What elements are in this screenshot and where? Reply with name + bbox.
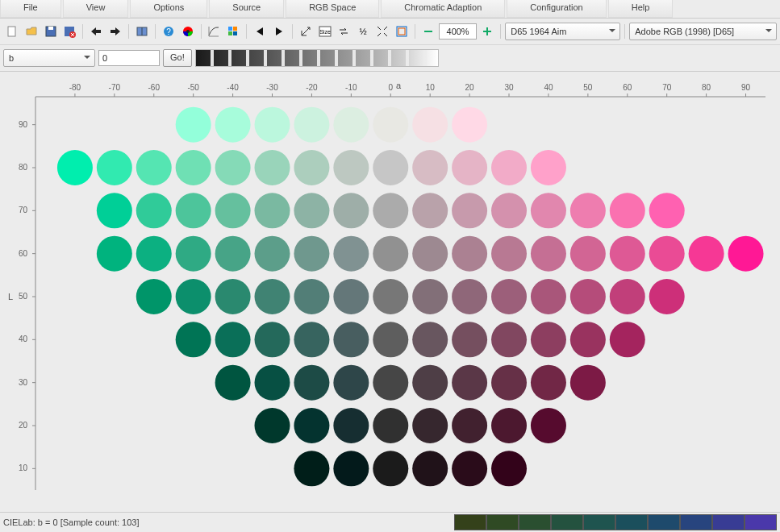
svg-point-120 (136, 236, 172, 272)
arrow-left-icon[interactable] (251, 23, 269, 40)
svg-text:40: 40 (544, 83, 553, 92)
svg-point-97 (294, 150, 329, 185)
menu-chromatic[interactable]: Chromatic Adaption (381, 0, 505, 18)
status-text: CIELab: b = 0 [Sample count: 103] (3, 517, 139, 527)
svg-point-96 (255, 150, 290, 185)
svg-point-137 (176, 279, 211, 314)
export-icon[interactable] (106, 23, 124, 40)
svg-rect-22 (424, 31, 432, 32)
gradient-strip[interactable] (195, 49, 439, 67)
svg-point-91 (57, 150, 93, 185)
illuminant-select[interactable]: D65 1964 Aim (505, 23, 620, 40)
svg-point-130 (531, 236, 566, 272)
svg-text:-20: -20 (306, 83, 318, 92)
resize-icon[interactable] (297, 23, 315, 40)
menu-file[interactable]: File (0, 0, 61, 18)
svg-point-173 (294, 408, 329, 443)
svg-point-133 (649, 236, 685, 272)
gamut-icon[interactable] (393, 23, 411, 40)
svg-point-103 (531, 150, 566, 185)
arrow-right-icon[interactable] (270, 23, 288, 40)
svg-text:-70: -70 (109, 83, 121, 92)
svg-point-163 (255, 365, 290, 401)
svg-point-142 (373, 279, 408, 314)
info-icon[interactable]: ? (160, 23, 177, 40)
svg-point-165 (333, 365, 369, 401)
svg-point-84 (215, 107, 251, 143)
svg-point-141 (333, 279, 369, 314)
svg-point-88 (373, 107, 408, 143)
svg-point-110 (333, 193, 369, 228)
half-icon[interactable]: ½ (354, 23, 372, 40)
menu-source[interactable]: Source (209, 0, 284, 18)
svg-point-135 (728, 236, 764, 272)
svg-point-102 (491, 150, 527, 185)
svg-point-129 (491, 236, 527, 272)
menu-config[interactable]: Configuration (507, 0, 606, 18)
palette-swatch[interactable] (519, 514, 551, 530)
svg-point-168 (452, 365, 487, 401)
svg-text:30: 30 (504, 83, 514, 92)
svg-point-106 (176, 193, 211, 228)
svg-point-109 (294, 193, 329, 228)
svg-point-149 (649, 279, 685, 314)
zoom-in-icon[interactable] (478, 23, 496, 40)
svg-point-138 (215, 279, 251, 314)
svg-point-108 (255, 193, 290, 228)
svg-point-166 (373, 365, 408, 401)
svg-point-116 (570, 193, 606, 228)
svg-point-180 (294, 451, 329, 486)
svg-point-160 (570, 322, 606, 357)
book-icon[interactable] (133, 23, 151, 40)
axis-value-field[interactable]: 0 (98, 50, 160, 66)
svg-text:-60: -60 (148, 83, 161, 92)
svg-point-156 (412, 322, 448, 357)
new-icon[interactable] (3, 23, 21, 40)
zoom-out-icon[interactable] (419, 23, 437, 40)
svg-point-155 (373, 322, 408, 357)
svg-point-85 (255, 107, 290, 143)
svg-point-92 (97, 150, 132, 185)
rgb-space-select[interactable]: Adobe RGB (1998) [D65] (629, 23, 777, 40)
svg-point-128 (452, 236, 487, 272)
delete-icon[interactable] (61, 23, 79, 40)
palette-swatch[interactable] (745, 514, 777, 530)
open-icon[interactable] (23, 23, 40, 40)
menu-help[interactable]: Help (608, 0, 674, 18)
svg-rect-13 (228, 27, 232, 31)
palette-swatch[interactable] (551, 514, 583, 530)
svg-point-143 (412, 279, 448, 314)
swap-icon[interactable] (336, 23, 353, 40)
palette-swatch[interactable] (680, 514, 712, 530)
swatch-icon[interactable] (224, 23, 242, 40)
svg-text:80: 80 (702, 83, 711, 92)
svg-point-183 (412, 451, 448, 486)
import-icon[interactable] (87, 23, 105, 40)
palette-swatch[interactable] (712, 514, 745, 530)
palette-swatch[interactable] (648, 514, 680, 530)
palette-swatch[interactable] (583, 514, 615, 530)
curve-icon[interactable] (206, 23, 223, 40)
svg-text:90: 90 (741, 83, 751, 92)
menu-view[interactable]: View (63, 0, 129, 18)
menu-rgbspace[interactable]: RGB Space (286, 0, 379, 18)
svg-text:20: 20 (465, 83, 475, 92)
svg-point-184 (452, 451, 487, 486)
svg-point-112 (412, 193, 448, 228)
svg-point-94 (176, 150, 211, 185)
palette-swatch[interactable] (454, 514, 486, 530)
palette-swatch[interactable] (486, 514, 519, 530)
svg-point-105 (136, 193, 172, 228)
save-icon[interactable] (42, 23, 60, 40)
zoom-field[interactable]: 400% (439, 23, 478, 39)
expand-icon[interactable] (373, 23, 391, 40)
svg-text:70: 70 (662, 83, 672, 92)
color-wheel-icon[interactable] (179, 23, 197, 40)
axis-select[interactable]: b (3, 49, 95, 67)
go-button[interactable]: Go! (163, 49, 192, 67)
size-icon[interactable]: Size (316, 23, 334, 40)
palette-swatch[interactable] (615, 514, 648, 530)
menu-options[interactable]: Options (130, 0, 207, 18)
svg-text:L: L (8, 292, 13, 301)
svg-point-164 (294, 365, 329, 401)
